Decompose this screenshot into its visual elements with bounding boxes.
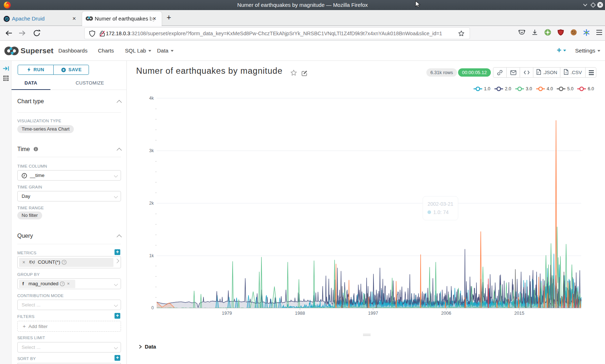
svg-text:1988: 1988 xyxy=(295,311,305,316)
svg-text:2.0: 2.0 xyxy=(505,86,511,91)
svg-text:3.0: 3.0 xyxy=(526,86,532,91)
svg-text:6.0: 6.0 xyxy=(588,86,594,91)
svg-text:1.0: 74: 1.0: 74 xyxy=(433,209,449,215)
svg-text:2015: 2015 xyxy=(514,311,524,316)
svg-text:2k: 2k xyxy=(149,201,154,206)
svg-text:4k: 4k xyxy=(149,96,154,101)
svg-text:1.0: 1.0 xyxy=(484,86,490,91)
svg-text:1979: 1979 xyxy=(222,311,232,316)
svg-text:0: 0 xyxy=(151,305,154,310)
svg-text:1997: 1997 xyxy=(368,311,378,316)
svg-text:?: ? xyxy=(62,282,63,286)
svg-text:5.0: 5.0 xyxy=(567,86,573,91)
svg-text:4.0: 4.0 xyxy=(547,86,553,91)
svg-text:1k: 1k xyxy=(149,253,154,258)
svg-text:2002-03-21: 2002-03-21 xyxy=(427,201,453,207)
svg-text:2006: 2006 xyxy=(441,311,451,316)
svg-text:3k: 3k xyxy=(149,148,154,153)
svg-text:?: ? xyxy=(63,260,65,264)
